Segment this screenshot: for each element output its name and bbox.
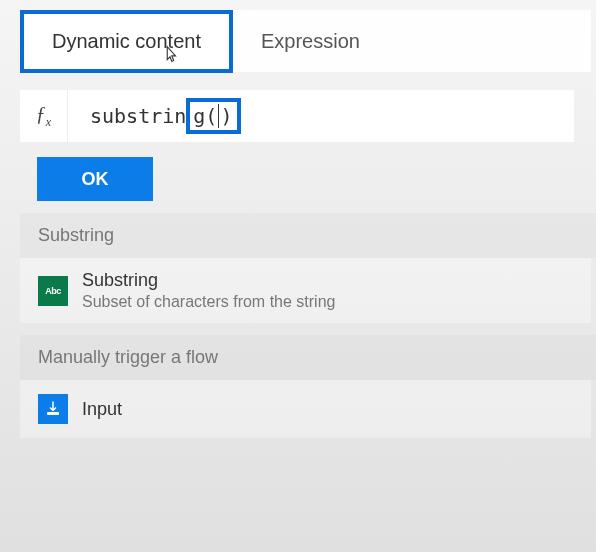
fx-icon: ƒx [20, 90, 68, 142]
tab-bar: Dynamic content Expression [20, 10, 591, 72]
expression-input-row: ƒx substring() [20, 90, 574, 142]
expression-highlight: g() [186, 98, 241, 134]
item-input-title: Input [82, 399, 122, 420]
tab-dynamic-content[interactable]: Dynamic content [20, 10, 233, 73]
tab-expression-label: Expression [261, 30, 360, 52]
tab-expression[interactable]: Expression [233, 14, 388, 69]
item-input-text: Input [82, 399, 122, 420]
item-substring-title: Substring [82, 270, 335, 291]
input-trigger-icon [38, 394, 68, 424]
section-header-substring: Substring [20, 213, 596, 258]
item-substring-text: Substring Subset of characters from the … [82, 270, 335, 311]
ok-button-label: OK [82, 169, 109, 190]
item-substring-desc: Subset of characters from the string [82, 293, 335, 311]
section-header-trigger: Manually trigger a flow [20, 335, 596, 380]
svg-rect-0 [47, 412, 59, 415]
item-substring[interactable]: Abc Substring Subset of characters from … [20, 258, 591, 323]
string-function-icon: Abc [38, 276, 68, 306]
tab-dynamic-label: Dynamic content [52, 30, 201, 52]
item-input[interactable]: Input [20, 380, 591, 438]
expression-prefix: substrin [90, 104, 186, 128]
expression-input[interactable]: substring() [68, 90, 574, 142]
text-cursor-icon [218, 104, 219, 128]
ok-button[interactable]: OK [37, 157, 153, 201]
